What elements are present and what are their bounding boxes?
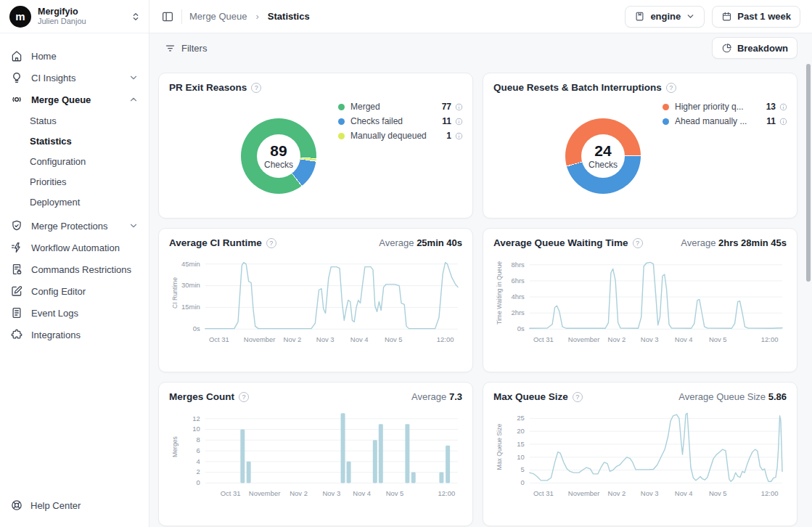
svg-text:Time Waiting in Queue: Time Waiting in Queue — [496, 261, 503, 324]
filters-toolbar: Filters Breakdown — [149, 33, 812, 61]
donut-legend: Higher priority q... 13 Ahead manually .… — [663, 99, 787, 128]
info-icon[interactable] — [779, 103, 787, 111]
line-chart[interactable]: 0s2hrs4hrs6hrs8hrsOct 31NovemberNov 2Nov… — [493, 251, 787, 353]
svg-text:Nov 3: Nov 3 — [641, 490, 659, 497]
breadcrumb-chevron-icon: › — [255, 11, 261, 22]
filters-button[interactable]: Filters — [160, 42, 211, 54]
sidebar-item-commands-restrictions[interactable]: Commands Restrictions — [0, 258, 149, 280]
average-label: Average — [411, 391, 446, 402]
sidebar-item-config-editor[interactable]: Config Editor — [0, 280, 149, 302]
card-title: Queue Resets & Batch Interruptions — [493, 82, 662, 93]
sidebar-item-statistics[interactable]: Statistics — [0, 131, 149, 151]
help-center-link[interactable]: Help Center — [0, 489, 149, 527]
sidebar-item-priorities[interactable]: Priorities — [0, 171, 149, 192]
line-chart[interactable]: 0s15min30min45minOct 31NovemberNov 2Nov … — [169, 251, 462, 353]
home-icon — [10, 49, 23, 62]
document-lock-icon — [10, 263, 23, 276]
scrollbar-thumb[interactable] — [806, 64, 811, 282]
sidebar-item-configuration[interactable]: Configuration — [0, 151, 149, 171]
info-icon[interactable] — [455, 132, 463, 140]
line-chart[interactable]: 0510152025Oct 31NovemberNov 2Nov 3Nov 4N… — [493, 405, 787, 507]
svg-text:Nov 5: Nov 5 — [386, 490, 404, 497]
sidebar-item-event-logs[interactable]: Event Logs — [0, 302, 149, 324]
svg-text:12: 12 — [192, 415, 200, 422]
legend-item[interactable]: Higher priority q... 13 — [663, 99, 787, 114]
lifebuoy-icon — [10, 499, 23, 512]
legend-item[interactable]: Checks failed 11 — [338, 114, 463, 128]
sidebar-item-merge-queue[interactable]: Merge Queue — [0, 89, 149, 110]
info-icon[interactable] — [455, 118, 463, 126]
svg-text:Max Queue Size: Max Queue Size — [496, 424, 503, 470]
sidebar-toggle-icon[interactable] — [161, 10, 174, 23]
dashboard-content: PR Exit Reasons Merged 77 Checks failed — [149, 61, 812, 527]
help-icon[interactable] — [633, 238, 643, 248]
sidebar-item-workflow-automation[interactable]: Workflow Automation — [0, 237, 149, 258]
svg-text:0s: 0s — [193, 325, 200, 332]
breakdown-button[interactable]: Breakdown — [712, 37, 797, 59]
svg-text:Nov 4: Nov 4 — [675, 490, 693, 497]
card-ci-runtime: Average CI Runtime Average 25min 40s 0s1… — [158, 228, 473, 372]
chevron-down-icon — [686, 12, 695, 21]
svg-text:November: November — [244, 336, 276, 343]
svg-text:0: 0 — [521, 479, 525, 486]
legend-item[interactable]: Manually dequeued 1 — [338, 128, 463, 143]
help-icon[interactable] — [251, 83, 261, 93]
svg-text:12:00: 12:00 — [761, 336, 779, 343]
svg-text:4hrs: 4hrs — [511, 293, 525, 301]
top-header: Merge Queue › Statistics engine Past 1 w… — [149, 0, 812, 33]
sidebar-item-ci-insights[interactable]: CI Insights — [0, 67, 149, 89]
sidebar-item-home[interactable]: Home — [0, 45, 149, 67]
org-avatar: m — [9, 6, 31, 28]
up-down-selector-icon[interactable] — [130, 11, 142, 23]
bar-chart[interactable]: 024681012Oct 31NovemberNov 2Nov 3Nov 4No… — [169, 405, 462, 507]
help-icon[interactable] — [266, 238, 276, 248]
document-lines-icon — [10, 306, 23, 319]
sidebar-item-merge-protections[interactable]: Merge Protections — [0, 215, 149, 237]
edit-icon — [10, 285, 23, 298]
svg-text:6: 6 — [197, 447, 200, 454]
svg-text:Nov 3: Nov 3 — [641, 336, 659, 343]
card-pr-exit-reasons: PR Exit Reasons Merged 77 Checks failed — [158, 73, 473, 218]
donut-chart[interactable]: 24 Checks — [565, 118, 641, 194]
chevron-up-icon — [128, 94, 139, 105]
legend-dot — [663, 118, 669, 125]
svg-text:Nov 5: Nov 5 — [709, 490, 727, 497]
breadcrumb-current: Statistics — [268, 11, 310, 22]
info-icon[interactable] — [455, 103, 463, 111]
donut-total-label: Checks — [264, 160, 293, 170]
breadcrumb-parent[interactable]: Merge Queue — [189, 11, 247, 22]
legend-item[interactable]: Merged 77 — [338, 99, 463, 114]
sidebar-item-deployment[interactable]: Deployment — [0, 192, 149, 212]
time-range-button[interactable]: Past 1 week — [712, 6, 800, 28]
shield-check-icon — [10, 219, 23, 232]
svg-text:12:00: 12:00 — [761, 490, 779, 497]
svg-text:30min: 30min — [181, 282, 200, 290]
help-icon[interactable] — [666, 83, 676, 93]
help-icon[interactable] — [239, 392, 249, 402]
svg-text:Nov 5: Nov 5 — [709, 336, 727, 343]
scrollbar[interactable] — [805, 33, 812, 527]
sidebar-item-status[interactable]: Status — [0, 110, 149, 131]
svg-text:0: 0 — [197, 479, 200, 486]
legend-item[interactable]: Ahead manually ... 11 — [663, 114, 787, 128]
user-name: Julien Danjou — [38, 17, 123, 26]
donut-chart[interactable]: 89 Checks — [241, 118, 316, 194]
card-queue-resets: Queue Resets & Batch Interruptions Highe… — [483, 73, 797, 218]
svg-text:November: November — [568, 490, 600, 497]
chevron-down-icon — [128, 73, 139, 83]
svg-text:20: 20 — [517, 428, 525, 435]
svg-text:5: 5 — [521, 467, 525, 474]
sidebar-item-integrations[interactable]: Integrations — [0, 324, 149, 346]
puzzle-icon — [10, 328, 23, 341]
svg-text:0s: 0s — [517, 325, 525, 332]
repository-selector[interactable]: engine — [625, 6, 705, 28]
account-switcher[interactable]: m Mergifyio Julien Danjou — [0, 0, 149, 33]
svg-text:6hrs: 6hrs — [511, 277, 525, 285]
svg-text:November: November — [249, 490, 281, 497]
lightbulb-icon — [10, 71, 23, 84]
zap-lines-icon — [10, 241, 23, 254]
info-icon[interactable] — [779, 118, 787, 126]
svg-text:4: 4 — [197, 458, 200, 465]
average-value: 7.3 — [449, 391, 462, 402]
help-icon[interactable] — [573, 392, 583, 402]
